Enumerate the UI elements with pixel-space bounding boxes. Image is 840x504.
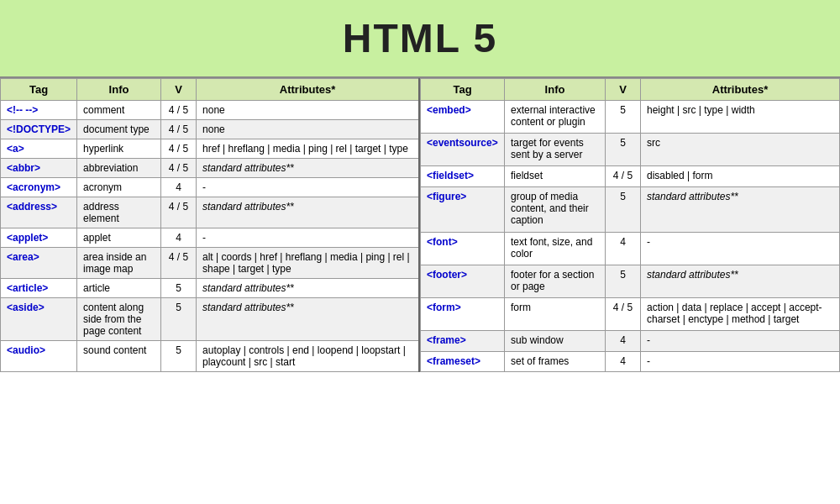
tag-cell: <article> (1, 279, 77, 298)
version-cell: 4 (161, 228, 197, 248)
table-row: <a>hyperlink4 / 5href | hreflang | media… (1, 139, 420, 159)
version-cell: 5 (161, 341, 197, 372)
attr-cell: standard attributes** (197, 279, 419, 298)
attr-cell: - (641, 232, 840, 265)
table-row: <frameset>set of frames4- (421, 351, 840, 371)
tag-cell: <!-- --> (1, 101, 77, 120)
info-cell: area inside an image map (77, 248, 161, 279)
attr-cell: disabled | form (641, 166, 840, 186)
right-table: TagInfoVAttributes* <embed>external inte… (420, 78, 840, 372)
tag-cell: <form> (421, 298, 505, 331)
version-cell: 4 / 5 (161, 197, 197, 228)
tag-cell: <aside> (1, 298, 77, 341)
tag-cell: <fieldset> (421, 166, 505, 186)
table-row: <address>address element4 / 5standard at… (1, 197, 420, 228)
table-row: <aside>content along side from the page … (1, 298, 420, 341)
table-row: <article>article5standard attributes** (1, 279, 420, 298)
attr-cell: standard attributes** (197, 298, 419, 341)
info-cell: applet (77, 228, 161, 248)
table-row: <!DOCTYPE>document type4 / 5none (1, 120, 420, 139)
table-row: <acronym>acronym4- (1, 178, 420, 197)
left-table-header: TagInfoVAttributes* (1, 79, 420, 101)
info-cell: abbreviation (77, 159, 161, 178)
version-cell: 4 / 5 (161, 159, 197, 178)
info-cell: hyperlink (77, 139, 161, 159)
column-header: Attributes* (197, 79, 419, 101)
version-cell: 4 / 5 (606, 166, 641, 186)
column-header: V (161, 79, 197, 101)
right-table-header: TagInfoVAttributes* (421, 79, 840, 101)
info-cell: external interactive content or plugin (505, 101, 606, 134)
version-cell: 4 (606, 331, 641, 351)
tag-cell: <figure> (421, 186, 505, 232)
table-row: <area>area inside an image map4 / 5alt |… (1, 248, 420, 279)
column-header: V (606, 79, 641, 101)
tag-cell: <a> (1, 139, 77, 159)
column-header: Info (505, 79, 606, 101)
info-cell: acronym (77, 178, 161, 197)
tag-cell: <address> (1, 197, 77, 228)
tag-cell: <applet> (1, 228, 77, 248)
info-cell: comment (77, 101, 161, 120)
table-row: <form>form4 / 5action | data | replace |… (421, 298, 840, 331)
tag-cell: <audio> (1, 341, 77, 372)
table-row: <audio>sound content5autoplay | controls… (1, 341, 420, 372)
table-row: <eventsource>target for events sent by a… (421, 134, 840, 166)
table-row: <figure>group of media content, and thei… (421, 186, 840, 232)
attr-cell: - (641, 331, 840, 351)
attr-cell: none (197, 101, 419, 120)
tag-cell: <font> (421, 232, 505, 265)
table-row: <footer>footer for a section or page5sta… (421, 265, 840, 297)
attr-cell: - (197, 228, 419, 248)
right-table-body: <embed>external interactive content or p… (421, 101, 840, 372)
table-row: <abbr>abbreviation4 / 5standard attribut… (1, 159, 420, 178)
tag-cell: <acronym> (1, 178, 77, 197)
tag-cell: <eventsource> (421, 134, 505, 166)
version-cell: 4 / 5 (161, 120, 197, 139)
table-row: <fieldset>fieldset4 / 5disabled | form (421, 166, 840, 186)
attr-cell: height | src | type | width (641, 101, 840, 134)
info-cell: text font, size, and color (505, 232, 606, 265)
attr-cell: href | hreflang | media | ping | rel | t… (197, 139, 419, 159)
version-cell: 5 (606, 186, 641, 232)
column-header: Tag (421, 79, 505, 101)
tag-cell: <area> (1, 248, 77, 279)
attr-cell: autoplay | controls | end | loopend | lo… (197, 341, 419, 372)
table-row: <embed>external interactive content or p… (421, 101, 840, 134)
info-cell: fieldset (505, 166, 606, 186)
info-cell: content along side from the page content (77, 298, 161, 341)
tag-cell: <!DOCTYPE> (1, 120, 77, 139)
version-cell: 4 / 5 (161, 139, 197, 159)
attr-cell: standard attributes** (641, 186, 840, 232)
attr-cell: alt | coords | href | hreflang | media |… (197, 248, 419, 279)
version-cell: 5 (161, 298, 197, 341)
version-cell: 4 / 5 (161, 101, 197, 120)
info-cell: article (77, 279, 161, 298)
info-cell: target for events sent by a server (505, 134, 606, 166)
info-cell: group of media content, and their captio… (505, 186, 606, 232)
version-cell: 5 (606, 134, 641, 166)
left-table: TagInfoVAttributes* <!-- -->comment4 / 5… (0, 78, 420, 372)
version-cell: 5 (161, 279, 197, 298)
page-title: HTML 5 (0, 15, 840, 61)
attr-cell: - (641, 351, 840, 371)
table-row: <applet>applet4- (1, 228, 420, 248)
info-cell: form (505, 298, 606, 331)
version-cell: 5 (606, 101, 641, 134)
info-cell: sub window (505, 331, 606, 351)
left-table-body: <!-- -->comment4 / 5none<!DOCTYPE>docume… (1, 101, 420, 372)
attr-cell: src (641, 134, 840, 166)
version-cell: 4 / 5 (606, 298, 641, 331)
info-cell: footer for a section or page (505, 265, 606, 297)
version-cell: 4 (606, 232, 641, 265)
table-row: <font>text font, size, and color4- (421, 232, 840, 265)
tag-cell: <embed> (421, 101, 505, 134)
attr-cell: standard attributes** (197, 197, 419, 228)
tag-cell: <frameset> (421, 351, 505, 371)
info-cell: document type (77, 120, 161, 139)
column-header: Tag (1, 79, 77, 101)
attr-cell: standard attributes** (197, 159, 419, 178)
header: HTML 5 (0, 0, 840, 78)
attr-cell: - (197, 178, 419, 197)
tag-cell: <footer> (421, 265, 505, 297)
